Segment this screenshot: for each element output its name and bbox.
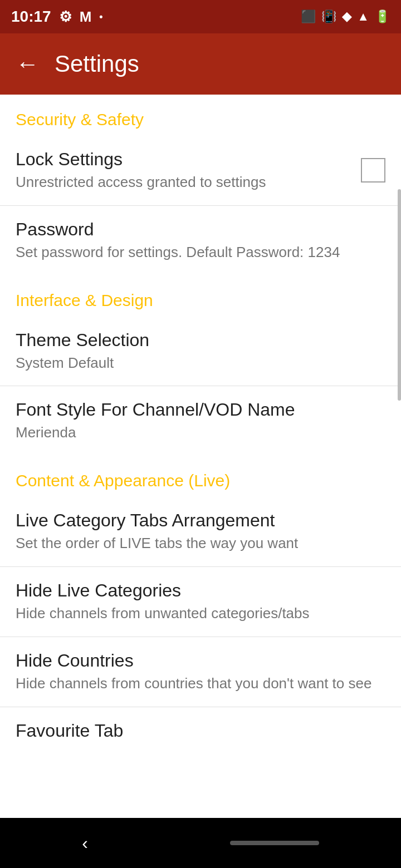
gear-icon: ⚙ <box>59 8 72 26</box>
app-bar: ← Settings <box>0 33 401 95</box>
dot-icon: • <box>99 11 102 23</box>
wifi-icon: ▲ <box>357 9 369 24</box>
status-bar: 10:17 ⚙ M • ⬛ 📳 ◆ ▲ 🔋 <box>0 0 401 33</box>
settings-item-live-category-tabs[interactable]: Live Category Tabs Arrangement Set the o… <box>0 497 401 567</box>
hide-countries-subtitle: Hide channels from countries that you do… <box>16 674 385 693</box>
vibrate-icon: 📳 <box>321 9 336 24</box>
mail-icon: M <box>80 8 92 26</box>
hide-live-categories-text: Hide Live Categories Hide channels from … <box>16 580 385 623</box>
settings-content: Security & Safety Lock Settings Unrestri… <box>0 95 401 818</box>
settings-item-theme-selection[interactable]: Theme Selection System Default <box>0 317 401 387</box>
section-content: Content & Appearance (Live) Live Categor… <box>0 456 401 757</box>
theme-selection-subtitle: System Default <box>16 354 385 373</box>
favourite-tab-text: Favourite Tab <box>16 721 385 744</box>
settings-item-hide-countries[interactable]: Hide Countries Hide channels from countr… <box>0 637 401 707</box>
status-left: 10:17 ⚙ M • <box>11 8 103 26</box>
nav-home-indicator[interactable] <box>230 841 319 845</box>
hide-live-categories-title: Hide Live Categories <box>16 580 385 601</box>
lock-settings-title: Lock Settings <box>16 149 361 170</box>
theme-selection-title: Theme Selection <box>16 330 385 351</box>
page-title: Settings <box>55 51 139 77</box>
password-subtitle: Set password for settings. Default Passw… <box>16 243 385 262</box>
hide-countries-title: Hide Countries <box>16 650 385 671</box>
hide-countries-text: Hide Countries Hide channels from countr… <box>16 650 385 693</box>
password-text: Password Set password for settings. Defa… <box>16 219 385 262</box>
section-security: Security & Safety Lock Settings Unrestri… <box>0 95 401 275</box>
settings-item-hide-live-categories[interactable]: Hide Live Categories Hide channels from … <box>0 567 401 637</box>
nav-back-button[interactable]: ‹ <box>82 833 88 854</box>
section-header-content: Content & Appearance (Live) <box>0 456 401 497</box>
hide-live-categories-subtitle: Hide channels from unwanted categories/t… <box>16 604 385 623</box>
settings-item-font-style[interactable]: Font Style For Channel/VOD Name Merienda <box>0 386 401 456</box>
lock-settings-subtitle: Unrestricted access granted to settings <box>16 173 361 192</box>
font-style-title: Font Style For Channel/VOD Name <box>16 400 385 420</box>
font-style-subtitle: Merienda <box>16 423 385 442</box>
live-category-tabs-text: Live Category Tabs Arrangement Set the o… <box>16 510 385 553</box>
section-header-interface: Interface & Design <box>0 275 401 317</box>
favourite-tab-title: Favourite Tab <box>16 721 385 741</box>
battery-icon: 🔋 <box>375 9 390 24</box>
font-style-text: Font Style For Channel/VOD Name Merienda <box>16 400 385 442</box>
settings-item-favourite-tab[interactable]: Favourite Tab <box>0 707 401 758</box>
theme-selection-text: Theme Selection System Default <box>16 330 385 373</box>
scroll-indicator <box>398 189 401 401</box>
status-time: 10:17 <box>11 8 51 26</box>
section-header-security: Security & Safety <box>0 95 401 136</box>
password-title: Password <box>16 219 385 240</box>
lock-settings-text: Lock Settings Unrestricted access grante… <box>16 149 361 192</box>
signal-icon: ◆ <box>342 9 351 24</box>
nav-bar: ‹ <box>0 818 401 868</box>
settings-item-lock-settings[interactable]: Lock Settings Unrestricted access grante… <box>0 136 401 206</box>
cast-icon: ⬛ <box>301 9 316 24</box>
settings-item-password[interactable]: Password Set password for settings. Defa… <box>0 206 401 275</box>
section-interface: Interface & Design Theme Selection Syste… <box>0 275 401 456</box>
lock-settings-checkbox[interactable] <box>361 158 385 183</box>
live-category-tabs-subtitle: Set the order of LIVE tabs the way you w… <box>16 534 385 553</box>
live-category-tabs-title: Live Category Tabs Arrangement <box>16 510 385 531</box>
back-button[interactable]: ← <box>16 51 39 77</box>
status-right: ⬛ 📳 ◆ ▲ 🔋 <box>301 9 390 24</box>
